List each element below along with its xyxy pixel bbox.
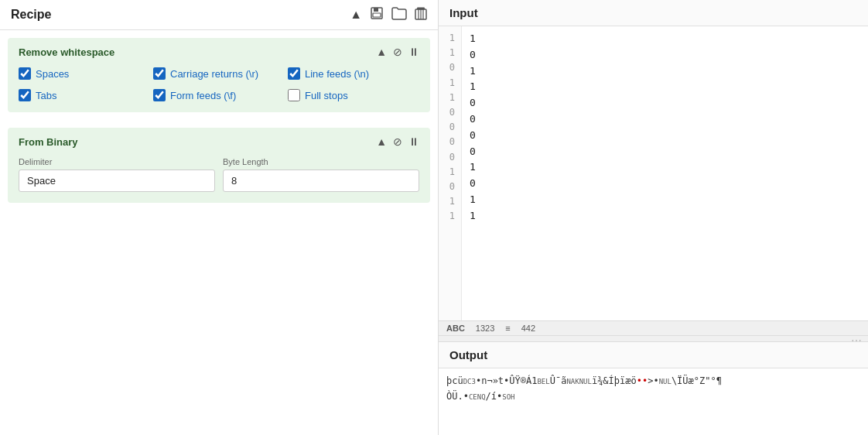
chars-icon: ABC [446,324,465,333]
out-tok-7: /í• [486,389,503,404]
left-panel: Recipe ▲ Remove whitespace ▲ ⊘ ⏸ [0,0,439,435]
svg-rect-1 [374,8,378,12]
checkbox-tabs[interactable]: Tabs [19,89,150,101]
checkbox-carriage[interactable]: Carriage returns (\r) [153,67,285,80]
out-tok-arrow: > [648,373,653,389]
checkbox-fullstops-label: Full stops [305,90,348,101]
checkbox-formfeeds-label: Form feeds (\f) [170,90,236,101]
checkbox-spaces[interactable]: Spaces [19,67,150,80]
recipe-header: Recipe ▲ [0,0,438,30]
out-tok-space: • [653,373,658,389]
svg-rect-2 [373,13,381,17]
recipe-toolbar: ▲ [350,6,427,23]
checkbox-carriage-label: Carriage returns (\r) [170,68,258,80]
line-count: 442 [521,324,535,333]
binary-pause-icon[interactable]: ⏸ [408,135,419,148]
input-area: 1 1 0 1 1 0 0 0 0 1 0 1 1 1 0 1 1 0 0 [439,26,868,320]
folder-icon[interactable] [391,6,407,23]
out-tok-bel: BEL [537,376,549,388]
out-tok-cenq: CENQ [469,392,486,403]
byte-length-label: Byte Length [223,157,419,166]
output-header: Output [439,342,868,368]
out-tok-1: þcü [446,373,463,389]
input-status-bar: ABC 1323 ≡ 442 [439,320,868,336]
checkbox-spaces-label: Spaces [36,68,69,80]
delimiter-label: Delimiter [19,157,215,166]
byte-length-input[interactable]: 8 [223,170,419,192]
output-section: Output þcüDC3•n¬»t•ÛŸ®Á1BELÛ¯ãNAKNULï¾&Í… [439,342,868,435]
input-section: Input 1 1 0 1 1 0 0 0 0 1 0 1 1 1 0 1 [439,0,868,336]
output-line-2: ÒÜ.•CENQ/í•SOH [446,389,860,404]
line-numbers: 1 1 0 1 1 0 0 0 0 1 0 1 1 [439,26,462,320]
section-pause-icon[interactable]: ⏸ [408,46,419,58]
svg-rect-7 [417,8,425,10]
remove-whitespace-section: Remove whitespace ▲ ⊘ ⏸ Spaces Carriage … [8,38,430,112]
checkbox-tabs-input[interactable] [19,89,31,101]
checkbox-tabs-label: Tabs [36,90,56,101]
checkbox-linefeeds[interactable]: Line feeds (\n) [288,67,419,80]
checkbox-grid: Spaces Carriage returns (\r) Line feeds … [19,67,419,101]
section-controls-whitespace: ▲ ⊘ ⏸ [376,46,419,58]
input-content[interactable]: 1 0 1 1 0 0 0 0 1 0 1 1 [462,26,868,320]
recipe-title: Recipe [11,8,51,22]
input-header: Input [439,0,868,26]
output-content: þcüDC3•n¬»t•ÛŸ®Á1BELÛ¯ãNAKNULï¾&Íþïæö••>… [439,368,868,435]
output-line-1: þcüDC3•n¬»t•ÛŸ®Á1BELÛ¯ãNAKNULï¾&Íþïæö••>… [446,373,860,389]
right-panel: Input 1 1 0 1 1 0 0 0 0 1 0 1 1 1 0 1 [439,0,868,435]
section-controls-binary: ▲ ⊘ ⏸ [376,135,419,148]
lines-icon: ≡ [505,324,510,333]
section-header-binary: From Binary ▲ ⊘ ⏸ [19,135,419,148]
delimiter-field-group: Delimiter Space [19,157,215,192]
section-collapse-icon[interactable]: ▲ [376,46,387,58]
trash-icon[interactable] [415,6,427,23]
char-count: 1323 [476,324,494,333]
out-tok-2: •n¬»t•ÛŸ®Á1 [476,373,537,389]
out-tok-5: \ÏÜæ°Z"°¶ [672,373,722,389]
checkbox-carriage-input[interactable] [153,67,166,80]
save-icon[interactable] [370,6,384,23]
out-tok-soh: SOH [502,392,514,403]
checkbox-fullstops-input[interactable] [288,89,300,101]
out-tok-nul: NUL [659,376,672,388]
binary-disable-icon[interactable]: ⊘ [393,135,402,148]
checkbox-formfeeds-input[interactable] [153,89,166,101]
section-title-whitespace: Remove whitespace [19,46,114,58]
out-tok-3: Û¯ã [550,373,567,389]
out-tok-4: ï¾&Íþïæö [592,373,637,389]
section-header-whitespace: Remove whitespace ▲ ⊘ ⏸ [19,46,419,58]
from-binary-section: From Binary ▲ ⊘ ⏸ Delimiter Space Byte L… [8,128,430,203]
checkbox-linefeeds-input[interactable] [288,67,300,80]
collapse-icon[interactable]: ▲ [350,8,362,22]
checkbox-linefeeds-label: Line feeds (\n) [305,68,369,80]
section-title-binary: From Binary [19,136,78,148]
out-tok-6: ÒÜ.• [446,389,469,404]
out-tok-naknul: NAKNUL [566,376,592,388]
out-tok-dc3: DC3 [463,376,476,388]
from-binary-fields: Delimiter Space Byte Length 8 [19,157,419,192]
byte-length-field-group: Byte Length 8 [223,157,419,192]
checkbox-spaces-input[interactable] [19,67,31,80]
binary-collapse-icon[interactable]: ▲ [376,135,387,148]
checkbox-formfeeds[interactable]: Form feeds (\f) [153,89,285,101]
delimiter-input[interactable]: Space [19,170,215,192]
section-disable-icon[interactable]: ⊘ [393,46,402,58]
resize-handle[interactable] [439,336,868,342]
out-tok-dots: •• [637,373,648,389]
checkbox-fullstops[interactable]: Full stops [288,89,419,101]
